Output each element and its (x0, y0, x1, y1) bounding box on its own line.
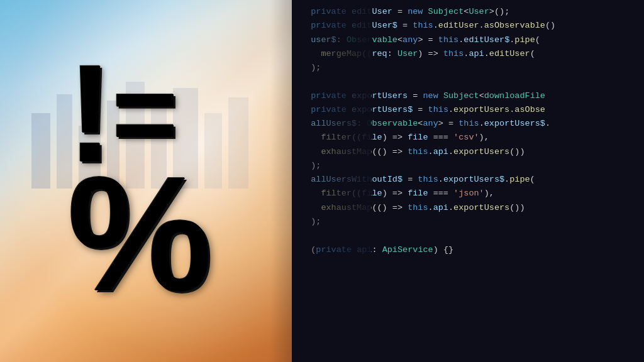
percent-sign: % (67, 160, 213, 307)
symbols-container: ! = % (67, 55, 213, 307)
left-panel: ! = % (0, 0, 292, 362)
